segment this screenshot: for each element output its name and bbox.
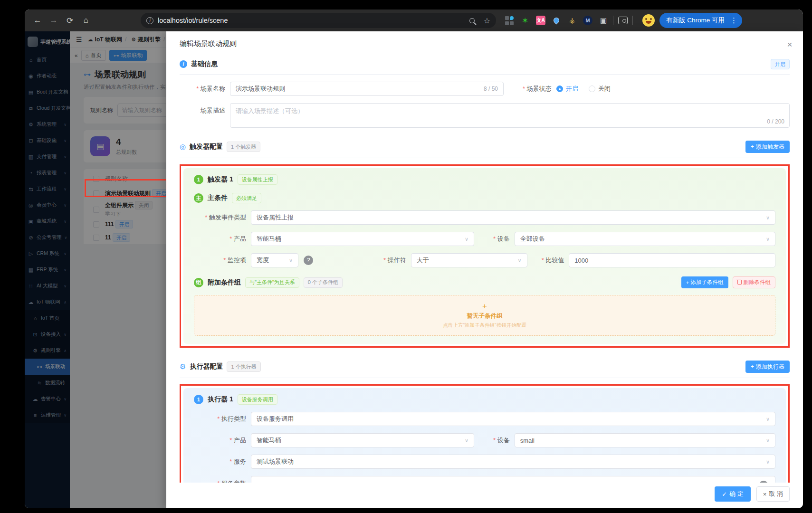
drop-extension-icon[interactable] <box>552 16 561 25</box>
service-params-textarea[interactable]: { "a": 1, "b": 2 } ? <box>251 476 775 483</box>
executor-params-label: 服务参数 <box>194 479 246 483</box>
chrome-update-button[interactable]: 有新版 Chrome 可用 ⋮ <box>659 13 742 28</box>
trigger-compare-label: 比较值 <box>542 256 564 265</box>
executor-device-select[interactable]: small ∨ <box>515 433 775 447</box>
scene-desc-placeholder: 请输入场景描述（可选） <box>236 107 304 114</box>
trash-icon <box>737 280 742 285</box>
help-icon[interactable]: ? <box>304 256 313 265</box>
group-relation-badge: 与"主条件"为且关系 <box>245 277 299 288</box>
app-viewport: 芋道管理系统 ⌂ 首页 ◉ 作者动态 ▤ Boot 开发文档 <box>25 31 803 508</box>
address-bar[interactable]: i localhost/iot/rule/scene ☆ <box>141 13 496 28</box>
trigger-event-value: 设备属性上报 <box>257 213 294 222</box>
executor-product-value: 智能马桶 <box>257 436 281 445</box>
scene-status-label: 场景状态 <box>523 85 552 93</box>
trigger-product-label: 产品 <box>194 235 246 243</box>
basic-info-section-header: i 基础信息 开启 <box>180 55 790 75</box>
chevron-down-icon: ∨ <box>762 215 770 221</box>
empty-subgroup-hint: 点击上方"添加子条件组"按钮开始配置 <box>443 322 526 329</box>
executor-type-value: 设备服务调用 <box>257 415 294 423</box>
url-text[interactable]: localhost/iot/rule/scene <box>158 17 465 24</box>
status-off-label: 关闭 <box>598 85 611 93</box>
forward-icon[interactable]: → <box>47 13 61 28</box>
empty-subgroup-title: 暂无子条件组 <box>467 312 503 320</box>
trigger-icon: ◎ <box>180 142 186 151</box>
condition-group-icon: 组 <box>194 278 203 287</box>
reload-icon[interactable]: ⟳ <box>63 13 77 28</box>
browser-menu-icon[interactable]: ⋮ <box>728 16 739 25</box>
executor-section-title: 执行器配置 <box>190 362 223 371</box>
trigger-card: 1 触发器 1 设备属性上报 主 主条件 必须满足 触发事件类型 <box>183 168 786 344</box>
back-icon[interactable]: ← <box>30 13 45 28</box>
chevron-down-icon: ∨ <box>762 416 770 422</box>
tab-search-icon[interactable] <box>618 17 628 24</box>
status-on-label: 开启 <box>566 85 578 93</box>
trigger-operator-value: 大于 <box>417 256 429 265</box>
trigger-section-header: ◎ 触发器配置 1 个触发器 + 添加触发器 <box>180 136 790 158</box>
close-icon[interactable]: × <box>784 39 795 50</box>
executor-card-title: 执行器 1 <box>208 395 233 404</box>
radio-dot-icon <box>556 86 563 92</box>
params-help-icon[interactable]: ? <box>759 481 768 483</box>
annotation-box-trigger: 1 触发器 1 设备属性上报 主 主条件 必须满足 触发事件类型 <box>180 164 790 348</box>
scene-status-badge: 开启 <box>771 59 790 69</box>
chevron-down-icon: ∨ <box>762 459 770 465</box>
profile-avatar[interactable] <box>642 14 655 27</box>
executor-type-select[interactable]: 设备服务调用 ∨ <box>251 412 775 426</box>
drawer-header: 编辑场景联动规则 × <box>166 31 803 55</box>
trigger-event-select[interactable]: 设备属性上报 ∨ <box>251 210 775 225</box>
main-condition-title: 主条件 <box>208 194 228 202</box>
empty-subgroup-placeholder[interactable]: + 暂无子条件组 点击上方"添加子条件组"按钮开始配置 <box>194 295 775 336</box>
extensions-puzzle-icon[interactable]: ▣ <box>599 16 608 25</box>
trigger-operator-label: 操作符 <box>383 256 406 265</box>
info-icon: i <box>180 60 187 68</box>
toolbar-divider <box>632 16 633 25</box>
trigger-compare-input[interactable]: 1000 <box>569 253 775 267</box>
executor-service-select[interactable]: 测试场景联动 ∨ <box>251 455 775 469</box>
m-extension-icon[interactable]: M <box>583 16 592 25</box>
executor-product-label: 产品 <box>194 436 246 445</box>
add-executor-button[interactable]: + 添加执行器 <box>745 361 790 373</box>
broom-extension-icon[interactable]: ⚶ <box>567 16 577 25</box>
home-icon[interactable]: ⌂ <box>79 13 93 28</box>
add-trigger-button[interactable]: + 添加触发器 <box>745 141 790 153</box>
trigger-compare-value: 1000 <box>574 257 588 264</box>
workona-extension-icon[interactable] <box>505 16 514 25</box>
trigger-monitor-select[interactable]: 宽度 ∨ <box>251 253 298 267</box>
executor-section-header: ⚙ 执行器配置 1 个执行器 + 添加执行器 <box>180 356 790 378</box>
confirm-button[interactable]: ✓ 确 定 <box>715 486 751 502</box>
translate-extension-icon[interactable]: 文A <box>536 16 545 25</box>
executor-device-label: 设备 <box>493 436 510 445</box>
trigger-device-select[interactable]: 全部设备 ∨ <box>515 232 775 246</box>
zoom-icon[interactable] <box>469 18 475 23</box>
executor-product-select[interactable]: 智能马桶 ∨ <box>251 433 474 447</box>
status-radio-on[interactable]: 开启 <box>556 85 578 93</box>
trigger-product-select[interactable]: 智能马桶 ∨ <box>251 232 474 246</box>
cancel-button[interactable]: × 取 消 <box>756 486 790 502</box>
scene-name-value: 演示场景联动规则 <box>236 85 285 93</box>
group-count-badge: 0 个子条件组 <box>304 277 343 288</box>
drawer-title: 编辑场景联动规则 <box>180 39 237 48</box>
star-extension-icon[interactable]: ✶ <box>520 16 530 25</box>
add-subgroup-button[interactable]: + 添加子条件组 <box>681 276 728 288</box>
trigger-device-value: 全部设备 <box>520 235 545 243</box>
bookmark-star-icon[interactable]: ☆ <box>484 16 490 25</box>
status-radio-off[interactable]: 关闭 <box>589 85 611 93</box>
chevron-down-icon: ∨ <box>762 236 770 242</box>
executor-type-label: 执行类型 <box>194 415 246 423</box>
chevron-down-icon: ∨ <box>762 437 770 444</box>
plus-icon: + <box>751 143 754 150</box>
annotation-box-executor: 1 执行器 1 设备服务调用 执行类型 设备服务调用 ∨ 产 <box>180 384 790 483</box>
executor-index-icon: 1 <box>194 395 203 404</box>
trigger-event-label: 触发事件类型 <box>194 213 246 222</box>
plus-icon: + <box>751 363 754 370</box>
radio-dot-icon <box>589 86 595 92</box>
toolbar-divider <box>613 16 613 25</box>
trigger-monitor-label: 监控项 <box>194 256 246 265</box>
delete-group-button[interactable]: 删除条件组 <box>733 276 776 288</box>
scene-desc-textarea[interactable]: 请输入场景描述（可选） 0 / 200 <box>230 103 790 128</box>
drawer-footer: ✓ 确 定 × 取 消 <box>166 483 803 508</box>
scene-name-input[interactable]: 演示场景联动规则 8 / 50 <box>230 82 504 96</box>
trigger-operator-select[interactable]: 大于 ∨ <box>411 253 527 267</box>
site-info-icon[interactable]: i <box>146 17 153 24</box>
chevron-down-icon: ∨ <box>461 236 468 242</box>
